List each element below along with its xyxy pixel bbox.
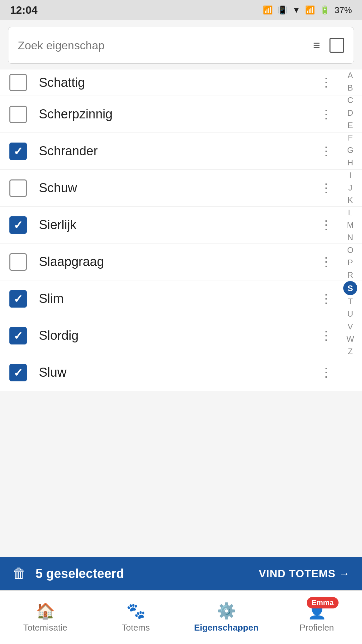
checkbox-slim[interactable] (9, 290, 27, 308)
bluetooth-icon: 📶 (263, 5, 273, 15)
signal-icon: 📶 (305, 5, 315, 15)
item-label: Schrander (39, 144, 317, 158)
checkbox-sluw[interactable] (9, 364, 27, 381)
item-label: Slim (39, 291, 317, 306)
list-area: ABCDEFGHIJKLMNOPRSTUVWZ Schattig⋮Scherpz… (0, 69, 362, 557)
nav-label-totemisatie: Totemisatie (23, 623, 67, 633)
item-label: Schuw (39, 181, 317, 195)
alpha-letter-l[interactable]: L (348, 206, 352, 219)
item-label: Scherpzinnig (39, 107, 317, 121)
list-item[interactable]: Schuw⋮ (0, 170, 362, 207)
vibrate-icon: 📳 (278, 5, 288, 15)
item-label: Sierlijk (39, 218, 317, 232)
alpha-letter-a[interactable]: A (348, 69, 353, 82)
nav-item-totemisatie[interactable]: 🏠Totemisatie (0, 591, 90, 644)
filter-icon[interactable]: ≡ (313, 38, 320, 52)
alpha-letter-e[interactable]: E (348, 119, 353, 131)
item-label: Slaapgraag (39, 255, 317, 269)
list-item[interactable]: Slaapgraag⋮ (0, 244, 362, 280)
alpha-letter-k[interactable]: K (348, 194, 353, 206)
alpha-letter-i[interactable]: I (349, 169, 352, 181)
list-item[interactable]: Slim⋮ (0, 280, 362, 317)
select-all-icon[interactable] (329, 38, 344, 53)
search-actions: ≡ (313, 38, 344, 53)
alpha-letter-n[interactable]: N (347, 231, 353, 244)
bottom-nav: 🏠Totemisatie🐾Totems⚙️Eigenschappen👤EmmaP… (0, 590, 362, 644)
alpha-letter-p[interactable]: P (348, 256, 353, 269)
alpha-letter-z[interactable]: Z (348, 345, 353, 358)
alpha-letter-f[interactable]: F (348, 131, 353, 144)
battery-icon: 🔋 (320, 5, 330, 15)
status-icons: 📶 📳 ▼ 📶 🔋 37% (263, 5, 352, 15)
checkbox-slaapgraag[interactable] (9, 253, 27, 271)
search-input[interactable] (18, 39, 313, 52)
checkbox-scherpzinnig[interactable] (9, 106, 27, 123)
more-options-icon[interactable]: ⋮ (317, 142, 335, 161)
alpha-letter-r[interactable]: R (347, 269, 353, 281)
alpha-letter-d[interactable]: D (347, 107, 353, 119)
checkbox-schuw[interactable] (9, 179, 27, 197)
item-label: Schattig (39, 75, 317, 90)
nav-label-eigenschappen: Eigenschappen (194, 623, 258, 633)
list-item[interactable]: Sluw⋮ (0, 354, 362, 391)
find-totems-button[interactable]: VIND TOTEMS → (259, 568, 350, 580)
alpha-letter-m[interactable]: M (347, 219, 354, 231)
action-bar: 🗑 5 geselecteerd VIND TOTEMS → (0, 557, 362, 590)
nav-label-totems: Totems (122, 623, 150, 633)
more-options-icon[interactable]: ⋮ (317, 105, 335, 124)
more-options-icon[interactable]: ⋮ (317, 363, 335, 382)
more-options-icon[interactable]: ⋮ (317, 215, 335, 235)
checkbox-sierlijk[interactable] (9, 216, 27, 234)
nav-item-profielen[interactable]: 👤EmmaProfielen (272, 591, 362, 644)
battery-percent: 37% (335, 5, 352, 15)
list-item[interactable]: Schrander⋮ (0, 133, 362, 170)
trash-icon[interactable]: 🗑 (12, 566, 26, 582)
search-bar: ≡ (8, 27, 354, 64)
more-options-icon[interactable]: ⋮ (317, 326, 335, 345)
alpha-letter-g[interactable]: G (347, 144, 354, 156)
checkbox-schrander[interactable] (9, 143, 27, 160)
alpha-letter-c[interactable]: C (347, 94, 353, 106)
list-item[interactable]: Schattig⋮ (0, 69, 362, 96)
profile-badge: Emma (307, 597, 338, 608)
selected-count: 5 geselecteerd (36, 567, 259, 581)
more-options-icon[interactable]: ⋮ (317, 252, 335, 272)
alpha-letter-h[interactable]: H (347, 156, 353, 169)
checkbox-slordig[interactable] (9, 327, 27, 344)
nav-label-profielen: Profielen (300, 623, 334, 633)
alpha-letter-u[interactable]: U (347, 308, 353, 320)
nav-icon-totems: 🐾 (126, 602, 145, 620)
status-bar: 12:04 📶 📳 ▼ 📶 🔋 37% (0, 0, 362, 20)
status-time: 12:04 (10, 4, 38, 16)
list-item[interactable]: Slordig⋮ (0, 317, 362, 354)
alpha-letter-s[interactable]: S (343, 281, 357, 295)
checkbox-schattig[interactable] (9, 74, 27, 91)
alpha-letter-v[interactable]: V (348, 320, 353, 333)
list-item[interactable]: Sierlijk⋮ (0, 207, 362, 244)
more-options-icon[interactable]: ⋮ (317, 73, 335, 92)
item-label: Slordig (39, 328, 317, 343)
nav-item-eigenschappen[interactable]: ⚙️Eigenschappen (181, 591, 272, 644)
more-options-icon[interactable]: ⋮ (317, 178, 335, 198)
nav-icon-totemisatie: 🏠 (36, 602, 55, 620)
item-label: Sluw (39, 365, 317, 380)
more-options-icon[interactable]: ⋮ (317, 289, 335, 309)
alpha-letter-w[interactable]: W (347, 333, 354, 345)
alpha-letter-j[interactable]: J (348, 181, 352, 194)
nav-item-totems[interactable]: 🐾Totems (90, 591, 181, 644)
alphabet-sidebar: ABCDEFGHIJKLMNOPRSTUVWZ (343, 69, 357, 358)
wifi-icon: ▼ (292, 5, 300, 15)
alpha-letter-o[interactable]: O (347, 244, 354, 256)
nav-icon-eigenschappen: ⚙️ (217, 602, 236, 620)
list-item[interactable]: Scherpzinnig⋮ (0, 96, 362, 133)
alpha-letter-b[interactable]: B (348, 82, 353, 94)
alpha-letter-t[interactable]: T (348, 295, 353, 308)
